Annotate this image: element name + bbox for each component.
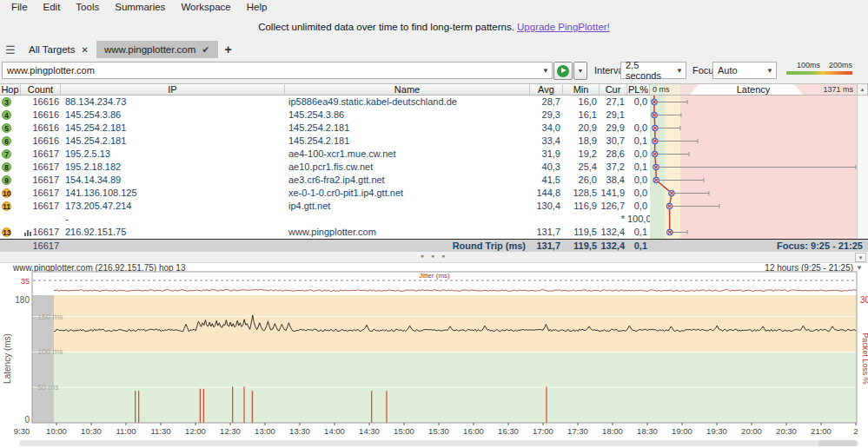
menu-summaries[interactable]: Summaries [107,1,173,13]
address-combobox[interactable]: www.pingplotter.com ▼ [2,62,553,79]
cell-pl: 0,0 [627,200,650,213]
chevron-down-icon: ▼ [578,68,584,74]
scroll-up-button[interactable]: ▲ [857,83,868,96]
cell-name: ae4-100-xcr1.mue.cw.net [285,148,530,161]
footer-hop-cell [0,240,21,252]
new-tab-button[interactable]: + [218,43,239,58]
cell-count: 16617 [21,148,61,161]
time-label: 21:00 [811,426,832,436]
menu-workspace[interactable]: Workspace [173,1,238,13]
col-avg[interactable]: Avg [530,83,563,96]
time-label: 13:30 [289,426,310,436]
histogram-icon [24,229,31,236]
menu-edit[interactable]: Edit [36,1,69,13]
timeline-hscrollbar[interactable] [19,440,858,446]
time-label: 11:00 [116,426,136,436]
cell-pl: 0,0 [627,122,650,135]
address-value: www.pingplotter.com [7,65,95,76]
col-hop[interactable]: Hop [0,83,21,96]
cell-name [285,213,530,226]
time-label: 20:00 [741,426,762,436]
hop-number-badge: 7 [2,149,11,159]
hop-number-badge: 6 [2,136,11,146]
latency-axis-label: Latency (ms) [3,333,12,384]
timeline-hscrollbar-thumb[interactable] [818,440,857,446]
cell-name: ae10.pcr1.fis.cw.net [285,161,530,174]
table-scrollbar[interactable] [857,96,868,239]
latency-legend: 100ms 200ms [786,61,852,75]
cell-pl: 0,1 [627,161,650,174]
top-chrome: FileEditToolsSummariesWorkspaceHelp Coll… [0,0,868,58]
cell-min: 16,0 [563,96,600,109]
time-label: 15:00 [394,426,414,436]
tab-list-icon[interactable]: ☰ [5,45,19,56]
focus-select[interactable]: Auto ▼ [712,62,777,79]
cell-pl: 0,0 [627,96,650,109]
hop-number-badge: 13 [2,227,11,237]
cell-min: 20,9 [563,122,600,135]
tab-target-label: www.pingplotter.com [104,44,195,55]
hop-latency-graph[interactable] [650,96,857,239]
timeline-section: www.pingplotter.com (216.92.151.75) hop … [0,263,868,448]
hop-cell: 11 [0,200,21,213]
hop-cell: 7 [0,148,21,161]
gridline-label: 150 ms [37,313,63,321]
menu-file[interactable]: File [3,1,36,13]
cell-cur: * [600,213,627,226]
loss-axis-max: 30 [860,295,868,305]
close-icon[interactable]: ✕ [81,45,88,55]
cell-name: 145.254.2.181 [285,135,530,148]
cell-avg: 130,4 [530,200,563,213]
cell-pl: 0,1 [627,226,650,239]
upgrade-link[interactable]: Upgrade PingPlotter! [517,22,610,32]
col-name[interactable]: Name [285,83,530,96]
time-label: 14:30 [359,426,380,436]
tab-target[interactable]: www.pingplotter.com ✔ [96,41,218,58]
cell-ip: 173.205.47.214 [61,200,285,213]
time-label: 10:30 [81,426,102,436]
hop-number-badge: 9 [2,175,11,185]
col-count[interactable]: Count [21,83,61,96]
time-label: 2 [853,426,858,436]
cell-avg: 29,3 [530,109,563,122]
cell-cur: 126,7 [600,200,627,213]
menu-tools[interactable]: Tools [68,1,107,13]
focus-value: Auto [718,65,738,76]
pane-splitter[interactable]: ● ● ● ▼ [0,252,868,263]
time-label: 12:30 [220,426,241,436]
hop-cell: 10 [0,187,21,200]
cell-min: 26,0 [563,174,600,187]
interval-select[interactable]: 2,5 seconds ▼ [620,62,686,79]
loss-axis-label: Packet Loss % [861,333,868,385]
hop-cell: 13 [0,226,21,239]
cell-avg: 28,7 [530,96,563,109]
tab-all-targets[interactable]: All Targets ✕ [21,41,96,58]
start-options-button[interactable]: ▼ [573,62,587,80]
chevron-down-icon[interactable]: ▼ [539,67,549,75]
cell-min: 119,5 [563,226,600,239]
col-ip[interactable]: IP [61,83,285,96]
toolbar: www.pingplotter.com ▼ ▼ Interval 2,5 sec… [0,58,868,83]
cell-count: 16617 [21,200,61,213]
start-trace-button[interactable] [553,62,573,80]
cell-pl: 0,0 [627,148,650,161]
cell-cur: 38,4 [600,174,627,187]
cell-count: 16617 [21,161,61,174]
cell-avg: 33,4 [530,135,563,148]
time-label: 17:00 [533,426,553,436]
splitter-collapse-button[interactable]: ▼ [855,253,866,262]
col-min[interactable]: Min [563,83,600,96]
timeline-chart[interactable]: 150 ms100 ms50 msJitter (ms)351800Latenc… [0,263,868,448]
footer-cur: 132,4 [600,240,627,252]
time-label: 14:00 [324,426,345,436]
cell-pl: 0,0 [627,187,650,200]
latency-scale-max: 1371 ms [823,85,853,94]
menu-help[interactable]: Help [239,1,275,13]
footer-pl: 0,1 [627,240,650,252]
gridline-label: 50 ms [37,383,59,392]
col-cur[interactable]: Cur [600,83,627,96]
splitter-grip-icon[interactable]: ● ● ● [0,253,868,259]
footer-min: 119,5 [563,240,600,252]
tab-all-targets-label: All Targets [29,44,75,55]
col-pl[interactable]: PL% [627,83,650,96]
